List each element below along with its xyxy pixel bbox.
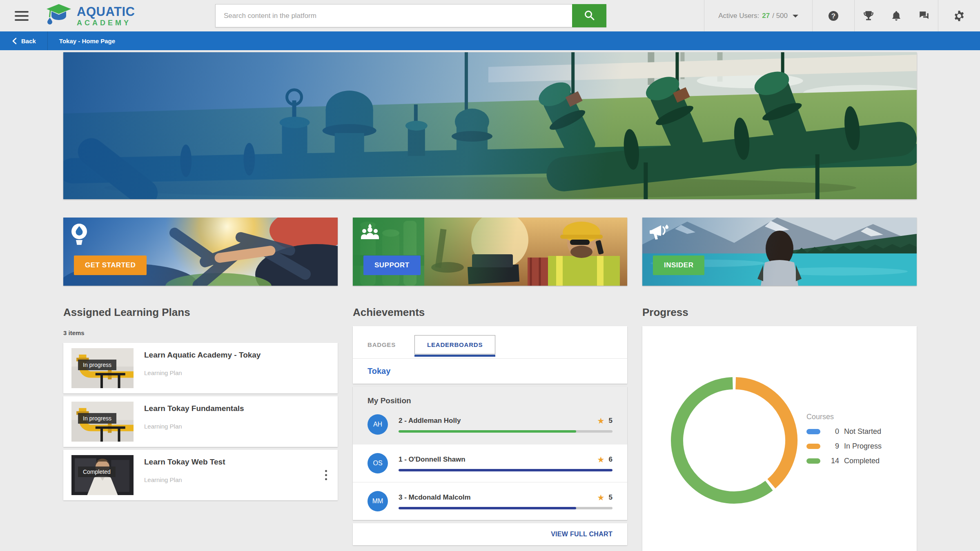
course-title: Learn Tokay Fundamentals: [144, 404, 244, 413]
progress-bar-track: [399, 507, 612, 509]
view-full-chart-link[interactable]: VIEW FULL CHART: [548, 530, 615, 538]
achievements-card: BADGES LEADERBOARDS Tokay: [353, 326, 627, 384]
banner-support[interactable]: SUPPORT: [353, 218, 627, 286]
legend-label: In Progress: [844, 442, 882, 451]
chevron-down-icon: [793, 15, 798, 20]
active-tab-underline: [414, 355, 495, 357]
achievements-tabs: BADGES LEADERBOARDS: [353, 326, 627, 358]
hero-blue-overlay: [63, 52, 917, 199]
status-badge: In progress: [78, 413, 116, 424]
progress-bar-fill: [399, 430, 576, 433]
course-type: Learning Plan: [144, 476, 225, 483]
my-position-label: My Position: [368, 396, 612, 405]
search-input[interactable]: [215, 4, 572, 27]
banner-row: GET STARTED: [63, 218, 917, 286]
graduation-cap-drop-icon: [45, 3, 72, 29]
course-thumbnail: In progress: [71, 348, 134, 388]
active-users-dropdown[interactable]: Active Users: 27 / 500: [704, 0, 812, 31]
learning-plans-count: 3 items: [63, 329, 338, 336]
hero-banner: [63, 52, 917, 199]
course-thumbnail: Completed: [71, 455, 134, 495]
progress-section: Progress Courses 0 Not Started 9 In Prog…: [642, 306, 917, 551]
trophy-icon: [863, 10, 874, 22]
menu-button[interactable]: [15, 11, 29, 21]
learning-plan-card[interactable]: In progress Learn Aquatic Academy - Toka…: [63, 343, 338, 393]
back-label: Back: [21, 38, 36, 44]
learning-plans-section: Assigned Learning Plans 3 items In pro: [63, 306, 338, 500]
active-users-label: Active Users:: [718, 12, 759, 20]
top-bar-actions: Active Users: 27 / 500 ?: [704, 0, 980, 31]
legend-title: Courses: [806, 413, 882, 421]
svg-text:?: ?: [831, 12, 835, 20]
tab-leaderboards[interactable]: LEADERBOARDS: [414, 335, 495, 354]
progress-bar-fill: [399, 469, 612, 471]
logo-title: AQUATIC: [77, 5, 135, 18]
banner-lake-overlay: [642, 218, 917, 286]
banner-green-overlay: [353, 218, 627, 286]
active-users-max: / 500: [772, 12, 788, 20]
course-title: Learn Aquatic Academy - Tokay: [144, 351, 261, 360]
star-icon: ★: [597, 493, 605, 502]
course-thumbnail: In progress: [71, 402, 134, 442]
legend-swatch-completed: [806, 458, 820, 464]
back-button[interactable]: Back: [0, 31, 47, 50]
leaderboard-user-name: 2 - Addleman Holly: [399, 417, 597, 425]
status-badge: In progress: [78, 360, 116, 370]
legend-count: 9: [826, 442, 839, 451]
bell-icon: [891, 10, 902, 22]
search-icon: [584, 9, 595, 22]
insider-button[interactable]: INSIDER: [653, 256, 704, 275]
chevron-left-icon: [12, 38, 17, 44]
progress-bar-track: [399, 469, 612, 471]
tab-badges[interactable]: BADGES: [368, 335, 396, 354]
learning-plans-list: In progress Learn Aquatic Academy - Toka…: [63, 343, 338, 500]
leaderboard-row: AH 2 - Addleman Holly ★ 5: [368, 414, 612, 435]
progress-title: Progress: [642, 306, 917, 319]
notifications-button[interactable]: [882, 0, 910, 31]
top-bar: AQUATIC ACADEMY Active Users: 27 / 500: [0, 0, 980, 31]
item-menu-button[interactable]: [323, 468, 330, 483]
legend-item: 9 In Progress: [806, 442, 882, 451]
leaderboard-block: My Position AH 2 - Addleman Holly ★ 5: [353, 387, 627, 520]
course-type: Learning Plan: [144, 423, 244, 430]
learning-plan-card[interactable]: Completed Learn Tokay Web Test Learning …: [63, 450, 338, 500]
search-bar: [215, 4, 606, 27]
learning-plan-card[interactable]: In progress Learn Tokay Fundamentals Lea…: [63, 396, 338, 447]
avatar: MM: [368, 491, 388, 511]
avatar: OS: [368, 453, 388, 473]
legend-label: Not Started: [844, 427, 881, 436]
main-content: GET STARTED: [0, 52, 980, 551]
leaderboard-row: MM 3 - Mcdonald Malcolm ★ 5: [353, 482, 627, 520]
search-button[interactable]: [572, 4, 606, 27]
legend-label: Completed: [844, 457, 880, 465]
banner-get-started[interactable]: GET STARTED: [63, 218, 338, 286]
legend-item: 14 Completed: [806, 457, 882, 465]
active-users-count: 27: [762, 12, 770, 20]
menu-icon: [15, 11, 29, 13]
progress-bar-track: [399, 430, 612, 433]
chat-icon: [918, 10, 930, 22]
leaderboard-user-name: 1 - O'Donnell Shawn: [399, 455, 597, 464]
legend-swatch-in-progress: [806, 444, 820, 449]
people-group-icon: [359, 223, 381, 242]
content-columns: Assigned Learning Plans 3 items In pro: [63, 306, 917, 551]
breadcrumb: Back Tokay - Home Page: [0, 31, 980, 50]
banner-blue-overlay: [63, 218, 338, 286]
banner-insider[interactable]: INSIDER: [642, 218, 917, 286]
leaderboard-link[interactable]: Tokay: [353, 358, 627, 384]
leaderboard-points: 5: [609, 417, 612, 425]
achievements-section: Achievements BADGES LEADERBOARDS Tokay M…: [353, 306, 627, 545]
support-button[interactable]: SUPPORT: [363, 256, 421, 275]
get-started-button[interactable]: GET STARTED: [74, 256, 147, 275]
leaderboard-points: 5: [609, 493, 612, 502]
messages-button[interactable]: [910, 0, 938, 31]
leaderboard-footer: VIEW FULL CHART: [353, 523, 627, 545]
status-badge: Completed: [78, 467, 116, 477]
gamification-button[interactable]: [855, 0, 882, 31]
leaderboard-row: OS 1 - O'Donnell Shawn ★ 6: [353, 444, 627, 482]
logo[interactable]: AQUATIC ACADEMY: [45, 3, 135, 29]
help-icon: ?: [827, 10, 840, 22]
legend-swatch-not-started: [806, 429, 820, 434]
help-button[interactable]: ?: [813, 0, 854, 31]
settings-button[interactable]: [938, 0, 980, 31]
